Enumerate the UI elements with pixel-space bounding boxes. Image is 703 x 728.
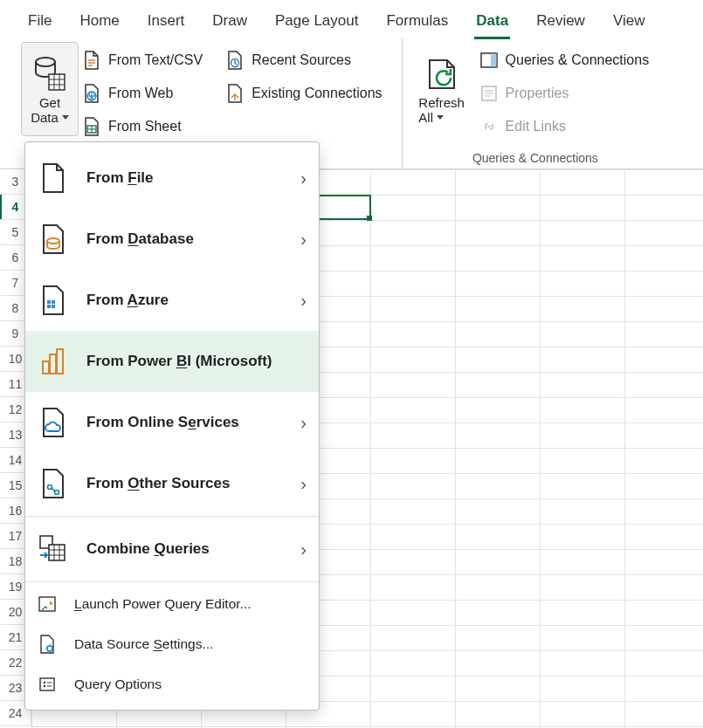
menu-from-other-sources[interactable]: From Other Sources ›	[25, 453, 319, 514]
svg-rect-21	[47, 300, 51, 304]
menu-launch-pqe[interactable]: Launch Power Query Editor...	[25, 584, 319, 624]
menu-combine-queries[interactable]: Combine Queries ›	[25, 519, 319, 580]
settings-file-icon	[38, 635, 57, 654]
properties-button: Properties	[476, 77, 658, 110]
existing-connections-button[interactable]: Existing Connections	[222, 77, 390, 110]
from-sheet-label: From Sheet	[108, 119, 182, 134]
from-web-button[interactable]: From Web	[79, 77, 211, 110]
properties-label: Properties	[506, 86, 569, 101]
cloud-file-icon	[38, 407, 69, 438]
from-text-csv-label: From Text/CSV	[108, 52, 203, 68]
svg-rect-22	[52, 300, 55, 304]
tab-insert[interactable]: Insert	[146, 7, 187, 38]
chevron-down-icon	[437, 115, 444, 120]
from-text-csv-button[interactable]: From Text/CSV	[79, 44, 211, 77]
menu-separator	[25, 581, 319, 582]
menu-query-options[interactable]: Query Options	[25, 664, 319, 704]
properties-icon	[479, 85, 499, 102]
chevron-right-icon: ›	[300, 413, 307, 433]
power-bi-icon	[38, 346, 69, 377]
chevron-right-icon: ›	[300, 539, 307, 560]
recent-sources-label: Recent Sources	[252, 52, 351, 68]
menu-from-other-sources-label: From Other Sources	[86, 475, 283, 492]
menu-data-source-settings[interactable]: Data Source Settings...	[25, 624, 319, 664]
chevron-right-icon: ›	[300, 230, 307, 250]
svg-rect-25	[43, 361, 49, 374]
edit-links-button: Edit Links	[476, 110, 658, 143]
get-data-label-2: Data	[31, 110, 59, 125]
svg-point-0	[36, 58, 55, 66]
svg-rect-15	[491, 53, 497, 67]
chevron-right-icon: ›	[300, 474, 307, 494]
menu-from-file-label: From File	[86, 169, 283, 187]
menu-from-online-services[interactable]: From Online Services ›	[25, 392, 319, 453]
queries-connections-label: Queries & Connections	[506, 52, 650, 68]
svg-point-38	[47, 646, 52, 651]
edit-links-label: Edit Links	[506, 119, 566, 134]
tab-view[interactable]: View	[611, 7, 647, 38]
menu-from-azure-label: From Azure	[86, 292, 283, 309]
from-web-label: From Web	[108, 86, 173, 101]
combine-icon	[38, 534, 69, 564]
chevron-right-icon: ›	[300, 291, 307, 311]
ribbon-tabs: File Home Insert Draw Page Layout Formul…	[0, 0, 703, 38]
svg-point-20	[47, 238, 59, 244]
existing-connections-label: Existing Connections	[252, 86, 382, 101]
other-sources-icon	[38, 468, 69, 499]
refresh-all-label-2: All	[418, 110, 433, 125]
svg-rect-23	[47, 305, 51, 308]
get-data-label-1: Get	[31, 95, 69, 110]
tab-draw[interactable]: Draw	[210, 7, 249, 38]
svg-rect-24	[52, 305, 55, 308]
svg-point-40	[44, 682, 45, 683]
file-text-icon	[82, 51, 101, 70]
from-sheet-button[interactable]: From Sheet	[79, 110, 211, 143]
recent-icon	[225, 51, 245, 70]
svg-rect-1	[49, 74, 65, 90]
menu-from-database[interactable]: From Database ›	[25, 209, 319, 270]
menu-data-source-settings-label: Data Source Settings...	[74, 636, 307, 652]
svg-rect-27	[57, 349, 63, 374]
chevron-right-icon: ›	[300, 168, 307, 189]
azure-file-icon	[38, 285, 69, 316]
menu-combine-queries-label: Combine Queries	[86, 540, 283, 558]
refresh-icon	[424, 57, 459, 92]
menu-from-power-bi-label: From Power BI (Microsoft)	[86, 353, 307, 370]
svg-rect-39	[40, 678, 54, 690]
side-panel-icon	[479, 52, 499, 69]
menu-separator	[25, 516, 319, 517]
get-data-menu: From File › From Database › From Azure ›…	[24, 141, 320, 711]
globe-icon	[82, 84, 101, 103]
group-label-qc: Queries & Connections	[413, 151, 658, 167]
tab-home[interactable]: Home	[78, 7, 121, 38]
menu-from-online-services-label: From Online Services	[86, 414, 283, 431]
database-file-icon	[38, 223, 69, 255]
refresh-all-button[interactable]: Refresh All	[413, 42, 471, 136]
menu-launch-pqe-label: Launch Power Query Editor...	[74, 596, 307, 612]
tab-data[interactable]: Data	[474, 7, 510, 38]
chevron-down-icon	[62, 115, 69, 120]
options-icon	[38, 676, 57, 693]
file-icon	[38, 162, 69, 194]
menu-from-power-bi[interactable]: From Power BI (Microsoft)	[25, 331, 319, 392]
tab-file[interactable]: File	[26, 7, 53, 38]
svg-rect-32	[49, 545, 65, 560]
svg-rect-26	[50, 354, 56, 374]
recent-sources-button[interactable]: Recent Sources	[222, 44, 390, 77]
editor-icon	[38, 595, 57, 613]
sheet-icon	[82, 117, 101, 136]
refresh-all-label-1: Refresh	[418, 95, 465, 110]
tab-review[interactable]: Review	[534, 7, 587, 38]
database-barrel-icon	[33, 57, 66, 92]
menu-from-database-label: From Database	[86, 230, 283, 248]
get-data-button[interactable]: Get Data	[21, 42, 79, 136]
tab-page-layout[interactable]: Page Layout	[273, 7, 360, 38]
link-icon	[479, 118, 499, 135]
menu-query-options-label: Query Options	[74, 676, 307, 692]
menu-from-azure[interactable]: From Azure ›	[25, 270, 319, 331]
svg-line-30	[52, 488, 55, 491]
queries-connections-button[interactable]: Queries & Connections	[476, 44, 658, 77]
group-queries-connections: Refresh All Queries & Connections Proper…	[410, 38, 669, 168]
menu-from-file[interactable]: From File ›	[25, 148, 319, 209]
tab-formulas[interactable]: Formulas	[384, 7, 450, 38]
